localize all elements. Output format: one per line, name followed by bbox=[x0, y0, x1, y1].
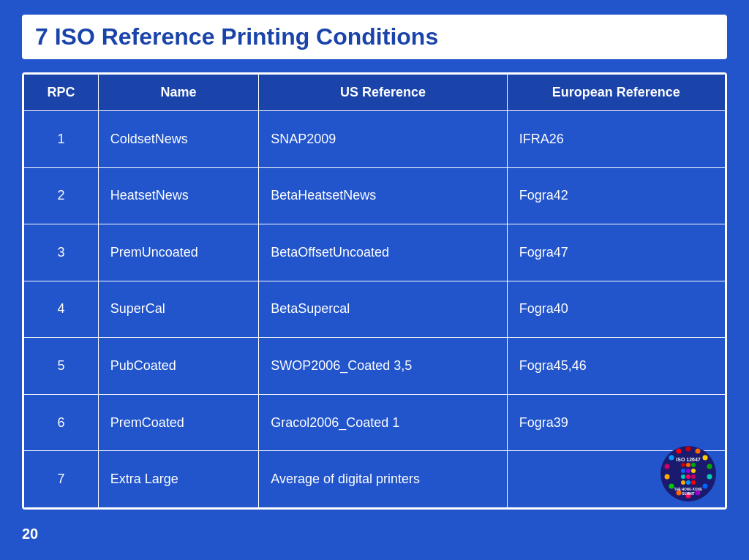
logo-container: ISO 12647 THE HONG KONG SUMMIT bbox=[659, 444, 718, 503]
table-row: 1ColdsetNewsSNAP2009IFRA26 bbox=[24, 111, 726, 168]
svg-point-24 bbox=[681, 480, 685, 485]
svg-point-15 bbox=[681, 463, 685, 467]
svg-point-4 bbox=[707, 464, 712, 469]
cell-us-ref: SNAP2009 bbox=[259, 111, 507, 168]
svg-point-11 bbox=[665, 474, 670, 480]
cell-name: ColdsetNews bbox=[98, 111, 258, 168]
svg-point-2 bbox=[696, 449, 701, 454]
svg-point-26 bbox=[691, 480, 696, 485]
cell-us-ref: Gracol2006_Coated 1 bbox=[259, 394, 507, 451]
cell-us-ref: SWOP2006_Coated 3,5 bbox=[259, 338, 507, 395]
svg-text:THE HONG KONG: THE HONG KONG bbox=[674, 488, 703, 491]
cell-rpc: 2 bbox=[24, 167, 99, 224]
cell-rpc: 4 bbox=[24, 281, 99, 338]
svg-point-14 bbox=[677, 449, 682, 454]
table-row: 6PremCoatedGracol2006_Coated 1Fogra39 bbox=[24, 394, 726, 451]
table-row: 3PremUncoatedBetaOffsetUncoatedFogra47 bbox=[24, 224, 726, 281]
cell-name: PremCoated bbox=[98, 394, 258, 451]
svg-point-25 bbox=[686, 480, 690, 485]
svg-text:ISO 12647: ISO 12647 bbox=[676, 457, 701, 462]
cell-rpc: 6 bbox=[24, 394, 99, 451]
col-header-rpc: RPC bbox=[24, 75, 99, 111]
slide-container: 7 ISO Reference Printing Conditions RPC … bbox=[0, 0, 749, 560]
svg-point-6 bbox=[703, 484, 708, 489]
col-header-us-ref: US Reference bbox=[259, 75, 507, 111]
svg-point-21 bbox=[681, 474, 685, 479]
svg-point-18 bbox=[681, 469, 685, 473]
cell-us-ref: BetaSupercal bbox=[259, 281, 507, 338]
svg-point-10 bbox=[669, 484, 674, 489]
table-row: 4SuperCalBetaSupercalFogra40 bbox=[24, 281, 726, 338]
table-row: 5PubCoatedSWOP2006_Coated 3,5Fogra45,46 bbox=[24, 338, 726, 395]
cell-us-ref: BetaOffsetUncoated bbox=[259, 224, 507, 281]
page-number: 20 bbox=[22, 523, 727, 545]
cell-eu-ref: Fogra45,46 bbox=[507, 338, 725, 395]
cell-us-ref: BetaHeatsetNews bbox=[259, 167, 507, 224]
table-header-row: RPC Name US Reference European Reference bbox=[24, 75, 726, 111]
page-title: 7 ISO Reference Printing Conditions bbox=[35, 23, 714, 50]
table-row: 7Extra LargeAverage of digital printers bbox=[24, 451, 726, 508]
cell-name: Extra Large bbox=[98, 451, 258, 508]
svg-text:SUMMIT: SUMMIT bbox=[682, 492, 695, 496]
col-header-name: Name bbox=[98, 75, 258, 111]
cell-rpc: 1 bbox=[24, 111, 99, 168]
cell-rpc: 7 bbox=[24, 451, 99, 508]
svg-point-22 bbox=[686, 474, 690, 479]
cell-eu-ref: Fogra40 bbox=[507, 281, 725, 338]
svg-point-16 bbox=[686, 463, 690, 467]
cell-us-ref: Average of digital printers bbox=[259, 451, 507, 508]
title-bar: 7 ISO Reference Printing Conditions bbox=[22, 15, 727, 59]
table-row: 2HeatsetNewsBetaHeatsetNewsFogra42 bbox=[24, 167, 726, 224]
col-header-eu-ref: European Reference bbox=[507, 75, 725, 111]
svg-point-3 bbox=[703, 455, 708, 461]
svg-point-23 bbox=[691, 474, 696, 479]
svg-point-17 bbox=[691, 463, 696, 467]
cell-name: PubCoated bbox=[98, 338, 258, 395]
svg-point-5 bbox=[707, 474, 712, 480]
cell-name: SuperCal bbox=[98, 281, 258, 338]
svg-point-13 bbox=[669, 455, 674, 461]
svg-point-1 bbox=[686, 447, 691, 452]
cell-rpc: 3 bbox=[24, 224, 99, 281]
table-wrapper: RPC Name US Reference European Reference… bbox=[22, 72, 727, 510]
cell-eu-ref: Fogra47 bbox=[507, 224, 725, 281]
cell-name: HeatsetNews bbox=[98, 167, 258, 224]
data-table: RPC Name US Reference European Reference… bbox=[23, 74, 726, 508]
cell-eu-ref: ISO 12647 THE HONG KONG SUMMIT bbox=[507, 451, 725, 508]
cell-name: PremUncoated bbox=[98, 224, 258, 281]
cell-rpc: 5 bbox=[24, 338, 99, 395]
cell-eu-ref: Fogra39 bbox=[507, 394, 725, 451]
cell-eu-ref: Fogra42 bbox=[507, 167, 725, 224]
svg-point-19 bbox=[686, 469, 690, 473]
svg-point-12 bbox=[665, 464, 670, 469]
iso-logo-icon: ISO 12647 THE HONG KONG SUMMIT bbox=[659, 444, 718, 503]
svg-point-20 bbox=[691, 469, 696, 473]
cell-eu-ref: IFRA26 bbox=[507, 111, 725, 168]
